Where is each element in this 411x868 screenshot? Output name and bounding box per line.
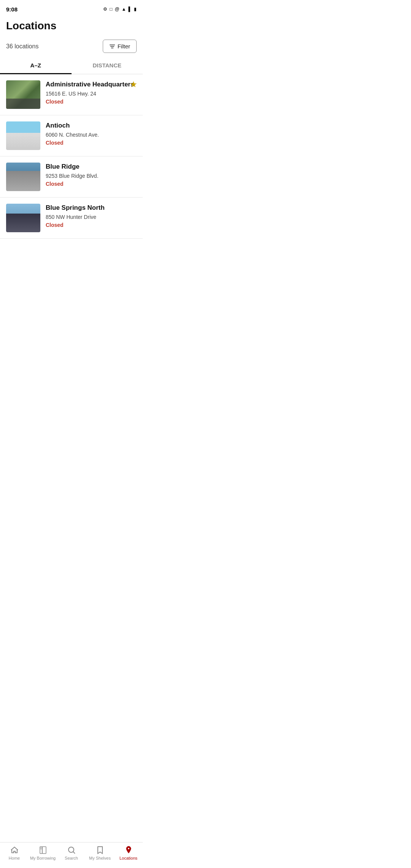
location-address: 850 NW Hunter Drive bbox=[46, 214, 137, 220]
list-item[interactable]: Blue Ridge 9253 Blue Ridge Blvd. Closed bbox=[0, 156, 143, 198]
location-info: Administrative Headquarters 15616 E. US … bbox=[46, 80, 137, 105]
filter-icon bbox=[109, 43, 115, 49]
wifi-icon: ▲ bbox=[122, 6, 126, 12]
list-item[interactable]: Administrative Headquarters 15616 E. US … bbox=[0, 74, 143, 115]
location-image-admin bbox=[6, 80, 40, 109]
list-item[interactable]: Blue Springs North 850 NW Hunter Drive C… bbox=[0, 198, 143, 239]
list-item[interactable]: Antioch 6060 N. Chestnut Ave. Closed bbox=[0, 115, 143, 156]
location-info: Blue Springs North 850 NW Hunter Drive C… bbox=[46, 204, 137, 228]
tab-distance[interactable]: DISTANCE bbox=[72, 57, 143, 74]
location-status: Closed bbox=[46, 222, 137, 228]
location-image-bluesprings bbox=[6, 204, 40, 232]
location-name: Blue Ridge bbox=[46, 163, 137, 171]
header: Locations bbox=[0, 17, 143, 37]
location-status: Closed bbox=[46, 181, 137, 187]
location-info: Blue Ridge 9253 Blue Ridge Blvd. Closed bbox=[46, 163, 137, 187]
favorite-icon[interactable]: ★ bbox=[130, 80, 137, 89]
status-bar: 9:08 ⚙ □ @ ▲ ▌ ▮ bbox=[0, 0, 143, 17]
status-time: 9:08 bbox=[6, 6, 18, 13]
location-image-blueridge bbox=[6, 163, 40, 191]
location-status: Closed bbox=[46, 99, 137, 105]
filter-label: Filter bbox=[118, 43, 130, 49]
location-status: Closed bbox=[46, 140, 137, 146]
filter-button[interactable]: Filter bbox=[103, 40, 137, 53]
sim-icon: □ bbox=[110, 6, 112, 12]
location-image-antioch bbox=[6, 121, 40, 150]
location-address: 6060 N. Chestnut Ave. bbox=[46, 131, 137, 138]
location-address: 9253 Blue Ridge Blvd. bbox=[46, 172, 137, 179]
at-icon: @ bbox=[115, 6, 119, 12]
tab-az[interactable]: A–Z bbox=[0, 57, 72, 74]
status-icons: ⚙ □ @ ▲ ▌ ▮ bbox=[103, 6, 137, 12]
filter-bar: 36 locations Filter bbox=[0, 37, 143, 57]
location-list: Administrative Headquarters 15616 E. US … bbox=[0, 74, 143, 300]
location-name: Administrative Headquarters bbox=[46, 80, 137, 89]
settings-icon: ⚙ bbox=[103, 6, 107, 12]
signal-icon: ▌ bbox=[128, 6, 132, 12]
locations-count: 36 locations bbox=[6, 43, 38, 50]
location-address: 15616 E. US Hwy. 24 bbox=[46, 90, 137, 97]
location-info: Antioch 6060 N. Chestnut Ave. Closed bbox=[46, 121, 137, 146]
battery-icon: ▮ bbox=[134, 6, 137, 12]
tabs: A–Z DISTANCE bbox=[0, 57, 143, 74]
location-name: Blue Springs North bbox=[46, 204, 137, 212]
location-name: Antioch bbox=[46, 121, 137, 130]
page-title: Locations bbox=[6, 20, 137, 32]
